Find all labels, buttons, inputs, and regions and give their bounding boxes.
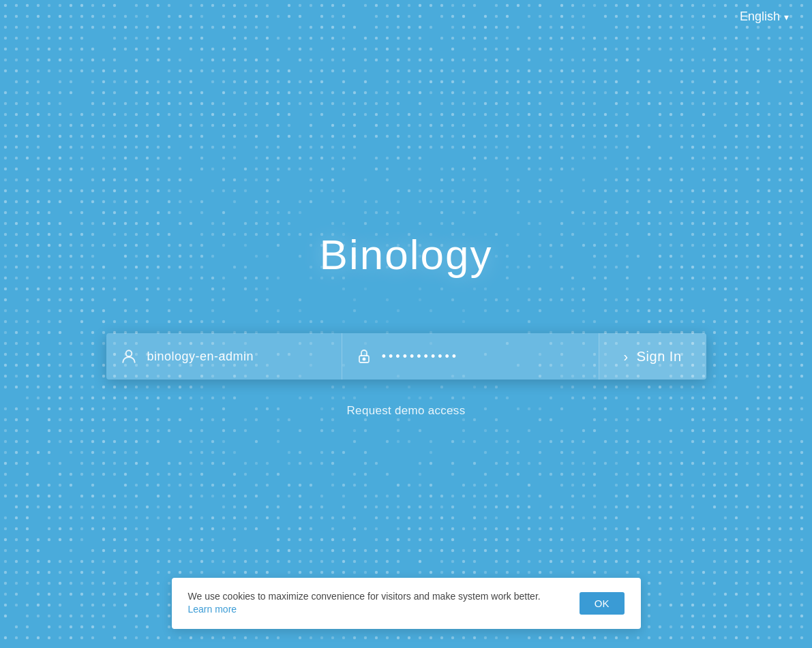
login-bar: › Sign In (106, 333, 706, 380)
chevron-down-icon: ▾ (784, 12, 789, 22)
password-field-container (342, 333, 599, 380)
cookie-banner: We use cookies to maximize convenience f… (172, 578, 641, 629)
main-content: Binology › Sign In Request demo (0, 0, 812, 648)
signin-label: Sign In (637, 349, 682, 365)
password-input[interactable] (382, 350, 585, 364)
arrow-icon: › (624, 349, 629, 365)
username-field-container (106, 333, 342, 380)
cookie-message: We use cookies to maximize convenience f… (188, 590, 566, 617)
username-input[interactable] (147, 350, 328, 364)
request-demo-link[interactable]: Request demo access (347, 404, 466, 418)
signin-button[interactable]: › Sign In (599, 333, 706, 380)
lock-icon (356, 348, 372, 365)
svg-point-0 (125, 350, 132, 356)
language-label: English (740, 10, 780, 24)
ok-button[interactable]: OK (580, 592, 625, 615)
user-icon (120, 348, 138, 365)
brand-title: Binology (320, 230, 493, 279)
language-selector[interactable]: English ▾ (740, 10, 789, 24)
learn-more-link[interactable]: Learn more (188, 604, 237, 615)
svg-point-2 (363, 358, 365, 360)
